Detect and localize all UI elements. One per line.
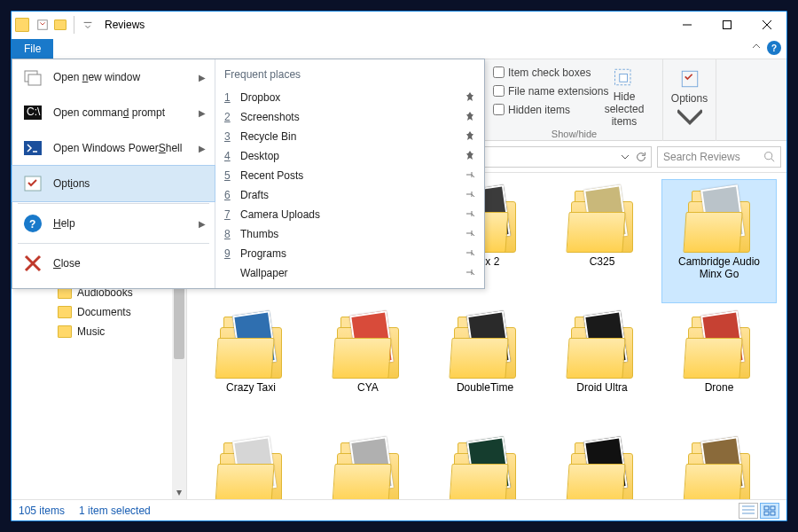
ribbon-tabs: File ? (12, 38, 786, 59)
svg-rect-1 (723, 21, 731, 29)
file-tab[interactable]: File (12, 39, 53, 59)
file-menu-item[interactable]: C:\Open command prompt▶ (12, 95, 215, 130)
frequent-place-item[interactable]: 4Desktop (215, 146, 484, 166)
folder-item[interactable]: Focus 2 (662, 432, 776, 499)
menu-separator (18, 203, 209, 204)
options-button[interactable]: Options (670, 65, 708, 134)
chevron-down-icon (677, 107, 702, 132)
folder-label: Cambridge Audio Minx Go (666, 256, 772, 281)
refresh-button[interactable] (635, 151, 647, 163)
frequent-place-item[interactable]: 7Camera Uploads (215, 205, 484, 224)
window-controls (667, 12, 786, 38)
access-key: 7 (224, 208, 233, 221)
frequent-place-item[interactable]: 3Recycle Bin (215, 127, 484, 146)
help-icon[interactable]: ? (767, 41, 781, 55)
frequent-place-item[interactable]: 8Thumbs (215, 224, 484, 244)
folder-item[interactable]: DoubleTime (428, 306, 542, 428)
view-toggles (739, 503, 779, 519)
frequent-place-item[interactable]: 9Programs (215, 244, 484, 263)
address-bar[interactable] (474, 146, 652, 168)
folder-thumbnail (333, 435, 403, 499)
pinned-icon[interactable] (465, 91, 475, 105)
file-menu-item[interactable]: Options (12, 166, 215, 201)
svg-rect-11 (28, 74, 41, 85)
frequent-place-item[interactable]: Wallpaper (215, 263, 484, 283)
submenu-chevron-icon: ▶ (199, 219, 206, 229)
svg-rect-7 (771, 506, 775, 510)
selection-count: 1 item selected (79, 505, 151, 517)
frequent-place-label: Wallpaper (240, 267, 288, 279)
access-key: 5 (224, 169, 233, 182)
svg-rect-14 (24, 141, 42, 155)
access-key: 2 (224, 111, 233, 123)
frequent-place-label: Screenshots (240, 111, 300, 123)
close-button[interactable] (747, 12, 786, 38)
frequent-place-label: Drafts (240, 189, 269, 201)
label: Item check boxes (508, 66, 591, 79)
unpin-icon[interactable] (465, 228, 475, 241)
label: Hide selected items (596, 91, 653, 128)
details-view-button[interactable] (739, 503, 758, 519)
scroll-down-icon[interactable]: ▾ (172, 485, 186, 499)
folder-thumbnail (685, 309, 754, 379)
folder-thumbnail (567, 435, 637, 499)
file-menu-item[interactable]: Close (12, 246, 215, 281)
frequent-place-label: Camera Uploads (240, 208, 320, 221)
frequent-place-item[interactable]: 2Screenshots (215, 107, 484, 127)
unpin-icon[interactable] (465, 267, 475, 280)
folder-thumbnail (216, 435, 286, 499)
pinned-icon[interactable] (465, 150, 475, 163)
folder-label: Drone (705, 382, 734, 395)
svg-rect-3 (620, 74, 628, 82)
folder-item[interactable]: C325 (545, 180, 659, 302)
tree-item-label: Documents (77, 306, 131, 318)
file-menu-item[interactable]: Open Windows PowerShell▶ (12, 130, 215, 166)
collapse-ribbon-icon[interactable] (751, 41, 762, 54)
folder-thumbnail (450, 309, 520, 379)
close-red-icon (21, 252, 44, 275)
frequent-place-label: Recycle Bin (240, 130, 296, 143)
folder-item[interactable]: Envy 15 (311, 432, 425, 499)
file-menu-item[interactable]: ?Help▶ (12, 206, 215, 241)
folder-item[interactable]: Drone (662, 306, 776, 428)
folder-icon (15, 18, 29, 32)
new-folder-icon[interactable] (52, 17, 68, 33)
folder-item[interactable]: Crazy Taxi (194, 306, 308, 428)
folder-label: DoubleTime (457, 382, 513, 395)
unpin-icon[interactable] (465, 169, 475, 183)
pinned-icon[interactable] (465, 130, 475, 144)
file-menu: Open new window▶C:\Open command prompt▶O… (12, 59, 485, 289)
cmd-icon: C:\ (21, 101, 44, 124)
unpin-icon[interactable] (465, 247, 475, 261)
tree-item-music[interactable]: Music (12, 322, 186, 341)
folder-item[interactable]: Cambridge Audio Minx Go (662, 180, 776, 302)
access-key: 4 (224, 150, 233, 162)
folder-item[interactable]: CYA (311, 306, 425, 428)
folder-icon (58, 306, 72, 318)
icons-view-button[interactable] (760, 503, 779, 519)
frequent-place-item[interactable]: 5Recent Posts (215, 166, 484, 185)
search-input[interactable]: Search Reviews (657, 146, 781, 168)
pinned-icon[interactable] (465, 111, 475, 124)
window-title: Reviews (105, 19, 145, 31)
folder-item[interactable]: Fidelio (545, 432, 659, 499)
access-key: 9 (224, 247, 233, 260)
file-menu-item[interactable]: Open new window▶ (12, 59, 215, 95)
folder-item[interactable]: Epoch (428, 432, 542, 499)
minimize-button[interactable] (667, 12, 707, 38)
unpin-icon[interactable] (465, 189, 475, 202)
svg-rect-9 (771, 512, 775, 515)
quick-access-toolbar (35, 16, 96, 34)
frequent-place-label: Recent Posts (240, 169, 303, 182)
folder-item[interactable]: Encoded Files (194, 432, 308, 499)
ps-icon (21, 137, 44, 160)
folder-item[interactable]: Droid Ultra (545, 306, 659, 428)
unpin-icon[interactable] (465, 208, 475, 222)
maximize-button[interactable] (707, 12, 747, 38)
qat-dropdown-icon[interactable] (80, 17, 96, 33)
frequent-place-item[interactable]: 6Drafts (215, 185, 484, 205)
tree-item-documents[interactable]: Documents (12, 302, 186, 322)
hide-selected-button[interactable]: Hide selected items (592, 63, 656, 129)
frequent-place-item[interactable]: 1Dropbox (215, 88, 484, 107)
properties-icon[interactable] (35, 17, 51, 33)
